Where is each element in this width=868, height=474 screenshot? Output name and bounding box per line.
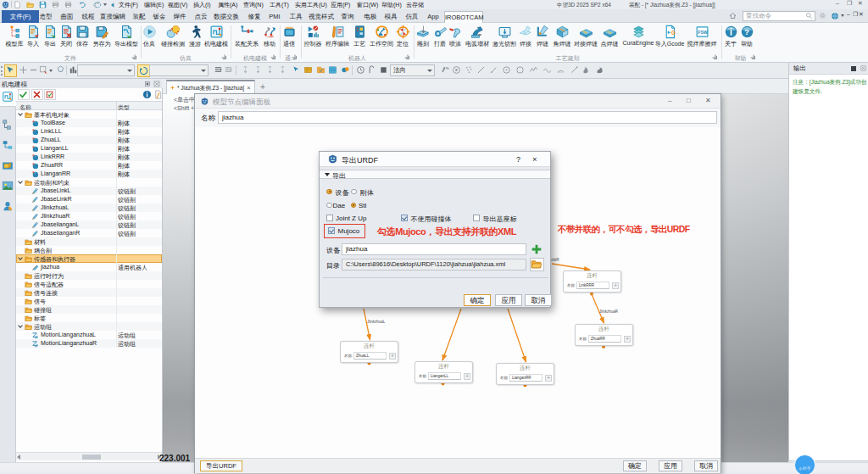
expand-arrow-icon[interactable] <box>18 179 23 184</box>
list-icon[interactable] <box>224 65 233 75</box>
strip-strip5-icon[interactable] <box>2 180 14 192</box>
tree-row[interactable]: LianganRR刚体 <box>16 170 162 178</box>
export-ok-button[interactable]: 确定 <box>464 294 491 306</box>
print-icon[interactable] <box>52 1 59 8</box>
view-combobox[interactable] <box>149 64 209 76</box>
dialog-maximize-button[interactable]: □ <box>687 97 691 104</box>
line2-icon[interactable] <box>489 65 498 75</box>
node-name-input[interactable]: LinkRRR <box>576 282 609 289</box>
strip-strip4-icon[interactable] <box>2 159 14 171</box>
window-restore-button[interactable]: ❐ <box>847 0 852 7</box>
tree-row[interactable]: 标签 <box>16 314 162 322</box>
ribbon-tab-数据交换[interactable]: 数据交换 <box>209 11 244 23</box>
scroll-left-arrow[interactable] <box>17 454 20 460</box>
ribbon-button-seam[interactable]: 焊缝 <box>532 25 553 48</box>
circdot-icon[interactable] <box>502 65 511 75</box>
checkbox-button[interactable] <box>44 89 56 100</box>
tree-row[interactable]: JbaselianganL铰链副 <box>16 220 162 229</box>
ribbon-tab-焊件[interactable]: 焊件 <box>170 11 190 23</box>
ribbon-tab-app[interactable]: App <box>424 11 442 23</box>
tree-row[interactable]: JbaselianganR铰链副 <box>16 229 162 237</box>
ribbon-button-chip[interactable]: 通信 <box>279 25 299 48</box>
editor-dialog-titlebar[interactable]: 模型节点编辑面板–□✕ <box>195 94 721 109</box>
list-icon[interactable] <box>214 65 223 75</box>
ribbon-tab-irobotcam[interactable]: IROBOTCAM <box>444 11 483 23</box>
window-close-button[interactable]: ✕ <box>858 0 863 7</box>
assistant-button[interactable]: 小助手 <box>794 454 815 474</box>
export-dialog-titlebar[interactable]: 导出URDF?× <box>320 152 550 167</box>
ribbon-button-progedit[interactable]: 程序编辑 <box>324 25 351 48</box>
menu-11[interactable]: 帮助(H) <box>381 1 402 9</box>
table-icon[interactable] <box>303 65 313 75</box>
playc-icon[interactable] <box>452 65 461 75</box>
home-icon[interactable] <box>729 12 737 20</box>
ribbon-tab-仿真[interactable]: 仿真 <box>402 11 422 23</box>
tree-row[interactable]: LinkRRR刚体 <box>16 153 162 161</box>
tree-row[interactable]: LianganLL刚体 <box>16 144 162 153</box>
report-button[interactable] <box>153 90 163 99</box>
apply-button[interactable]: 应用 <box>659 460 682 471</box>
graph-node[interactable]: 连杆名称ZhuaLL+ <box>340 341 398 363</box>
node-name-input[interactable]: ZhuaRR <box>588 335 621 343</box>
dots-icon[interactable] <box>465 65 474 75</box>
hand1-icon[interactable] <box>581 65 591 75</box>
tree-row[interactable]: LinkLLL刚体 <box>16 127 162 136</box>
tree-row[interactable]: JlinkzhuaR铰链副 <box>16 212 162 220</box>
node-expand-button[interactable]: + <box>545 375 552 382</box>
dropdown-caret-icon[interactable] <box>841 14 844 17</box>
ribbon-tab-模具[interactable]: 模具 <box>381 11 401 23</box>
combo-caret-icon[interactable] <box>127 70 132 72</box>
panel-hscrollbar[interactable] <box>16 452 162 460</box>
ribbon-button-lib[interactable]: 模型库 <box>4 25 25 48</box>
tree-row[interactable]: 材料 <box>16 237 162 246</box>
strip-strip2-icon[interactable] <box>2 119 14 131</box>
column-divider[interactable] <box>116 102 117 109</box>
tree-row[interactable]: JbaseLinkL铰链副 <box>16 187 162 195</box>
menu-8[interactable]: 实用工具(U) <box>295 1 327 9</box>
node-name-input[interactable]: ZhuaLL <box>353 352 387 360</box>
constraint-icon-4[interactable] <box>278 65 287 75</box>
tree-row[interactable]: JlinkzhuaL铰链副 <box>16 204 162 212</box>
circ-icon[interactable] <box>515 65 525 75</box>
ribbon-button-simul[interactable]: 仿真 <box>139 25 159 48</box>
graph-node[interactable]: 连杆名称ZhuaRR+ <box>575 324 633 346</box>
tree-row[interactable]: MotionLianganzhuaR运动组 <box>16 339 162 348</box>
grid-icon[interactable] <box>328 65 337 75</box>
menu-5[interactable]: 属性(A) <box>218 1 237 9</box>
output-close-icon[interactable] <box>860 65 866 71</box>
graph-node[interactable]: 连杆名称LianganRR+ <box>496 363 554 385</box>
ribbon-tab-视觉样式[interactable]: 视觉样式 <box>303 11 339 23</box>
ribbon-tab-pmi[interactable]: PMI <box>265 11 284 23</box>
tree-row[interactable]: 信号 <box>16 297 162 305</box>
tree-row[interactable]: 基本机电对象 <box>16 110 162 119</box>
ribbon-button-craft[interactable]: 工艺 <box>349 25 370 48</box>
combo-caret-icon[interactable] <box>427 70 432 72</box>
menu-2[interactable]: 编辑(E) <box>144 1 164 9</box>
graph-node[interactable]: 连杆名称LinkRRR+ <box>563 270 621 293</box>
tree-row[interactable]: 运动组 <box>16 322 162 331</box>
spheres-icon[interactable] <box>341 65 350 75</box>
cancel-button[interactable]: 取消 <box>694 460 718 471</box>
scroll-thumb[interactable] <box>82 454 101 460</box>
ribbon-button-exportmodel[interactable]: 导出模型 <box>113 25 140 48</box>
newdoc-icon[interactable] <box>14 1 21 8</box>
combo-caret-icon[interactable] <box>201 70 206 72</box>
ribbon-button-arcadd[interactable]: 电弧增材 <box>464 25 491 48</box>
tree-row[interactable]: ZhuaRR刚体 <box>16 161 162 170</box>
device-input[interactable]: jiazhua <box>342 243 526 255</box>
tree-row[interactable]: 运动副和约束 <box>16 178 162 187</box>
checkbox-joint-z-up[interactable] <box>326 215 333 221</box>
radio-dae[interactable] <box>326 203 332 209</box>
filter-combobox[interactable] <box>77 64 135 76</box>
tree-row[interactable]: 信号适配器 <box>16 280 162 288</box>
menu-12[interactable]: 云存储 <box>406 1 424 9</box>
node-expand-button[interactable]: + <box>624 336 631 343</box>
zoom-extents-icon[interactable] <box>39 65 48 75</box>
dialog-close-button[interactable]: × <box>532 154 537 164</box>
menu-9[interactable]: 应用(P) <box>331 1 350 9</box>
expand-arrow-icon[interactable] <box>18 255 23 260</box>
group-dialog-launcher-icon[interactable] <box>133 56 136 59</box>
wave-icon[interactable] <box>542 65 552 75</box>
linep-icon[interactable] <box>570 65 579 75</box>
ribbon-button-assembly[interactable]: 装配关系 <box>233 25 260 48</box>
